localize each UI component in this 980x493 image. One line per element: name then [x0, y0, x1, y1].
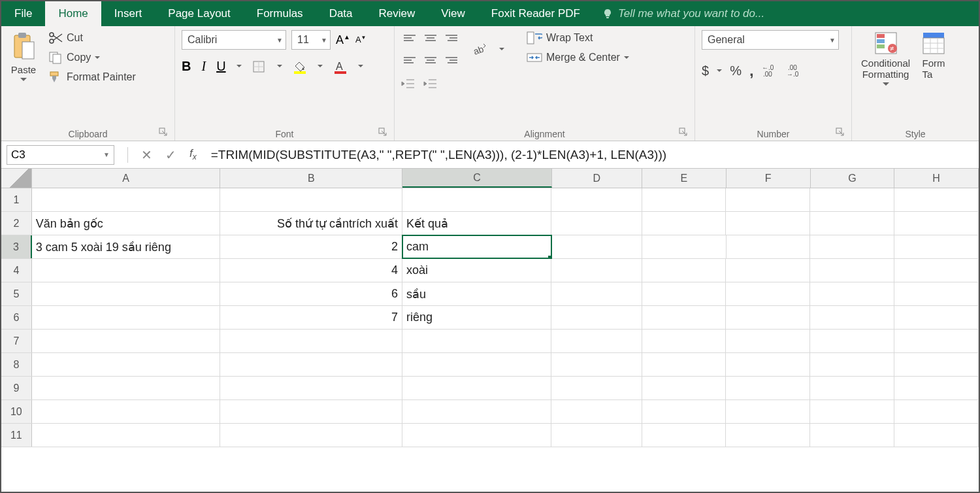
cell-E1[interactable]	[642, 188, 727, 211]
cell-A6[interactable]	[32, 306, 220, 329]
cell-B10[interactable]	[220, 400, 402, 423]
italic-button[interactable]: I	[201, 59, 206, 74]
cell-F8[interactable]	[726, 353, 810, 376]
cell-D8[interactable]	[551, 353, 642, 376]
tab-page-layout[interactable]: Page Layout	[155, 1, 243, 26]
cell-D7[interactable]	[551, 330, 642, 352]
cell-G3[interactable]	[810, 235, 894, 258]
cell-C10[interactable]	[402, 400, 551, 423]
cell-A10[interactable]	[32, 400, 220, 423]
decrease-font-button[interactable]: A▼	[355, 35, 367, 44]
cell-G8[interactable]	[810, 353, 894, 376]
tab-view[interactable]: View	[428, 1, 478, 26]
merge-center-button[interactable]: Merge & Center	[524, 50, 632, 65]
cell-G1[interactable]	[810, 188, 894, 211]
cell-H10[interactable]	[894, 400, 979, 423]
align-bottom-left-button[interactable]	[401, 51, 418, 68]
cell-E6[interactable]	[642, 306, 727, 329]
chevron-down-icon[interactable]	[717, 69, 722, 73]
cell-H6[interactable]	[894, 306, 979, 329]
fill-color-button[interactable]	[293, 60, 307, 74]
cell-A9[interactable]	[32, 377, 220, 400]
comma-button[interactable]: ,	[749, 61, 754, 80]
cancel-formula-button[interactable]: ✕	[141, 147, 152, 163]
cell-H8[interactable]	[894, 353, 979, 376]
tab-home[interactable]: Home	[45, 1, 101, 26]
dialog-launcher-icon[interactable]	[378, 128, 387, 137]
cell-B2[interactable]: Số thứ tự cầntrích xuất	[220, 212, 402, 235]
cell-H5[interactable]	[894, 282, 979, 305]
cell-H9[interactable]	[894, 377, 979, 400]
cell-F11[interactable]	[726, 424, 810, 447]
cell-C8[interactable]	[402, 353, 551, 376]
name-box[interactable]: C3▼	[7, 145, 114, 165]
formula-input[interactable]: =TRIM(MID(SUBSTITUTE(A3," ",REPT(" ",LEN…	[204, 148, 979, 162]
col-header-H[interactable]: H	[894, 169, 979, 188]
dialog-launcher-icon[interactable]	[836, 128, 845, 137]
row-header-5[interactable]: 5	[1, 282, 32, 305]
cell-A5[interactable]	[32, 282, 220, 305]
insert-function-button[interactable]: fx	[189, 147, 197, 162]
align-bottom-right-button[interactable]	[443, 51, 460, 68]
cell-F1[interactable]	[726, 188, 810, 211]
col-header-F[interactable]: F	[727, 169, 811, 188]
cell-E5[interactable]	[642, 282, 727, 305]
format-painter-button[interactable]: Format Painter	[46, 69, 139, 85]
col-header-G[interactable]: G	[811, 169, 895, 188]
cell-H4[interactable]	[894, 259, 979, 282]
paste-button[interactable]: Paste	[8, 30, 39, 83]
cell-E9[interactable]	[642, 377, 727, 400]
cell-A1[interactable]	[32, 188, 220, 211]
tell-me-search[interactable]: Tell me what you want to do...	[593, 1, 774, 26]
chevron-down-icon[interactable]	[358, 65, 363, 68]
cell-B5[interactable]: 6	[220, 282, 402, 305]
row-header-3[interactable]: 3	[1, 235, 32, 258]
cell-H11[interactable]	[894, 424, 979, 447]
cell-D11[interactable]	[551, 424, 642, 447]
chevron-down-icon[interactable]	[318, 65, 323, 68]
cell-D9[interactable]	[551, 377, 642, 400]
tab-file[interactable]: File	[1, 1, 45, 26]
row-header-9[interactable]: 9	[1, 377, 32, 400]
wrap-text-button[interactable]: Wrap Text	[524, 30, 632, 46]
row-header-7[interactable]: 7	[1, 330, 32, 352]
cell-G5[interactable]	[810, 282, 894, 305]
row-header-8[interactable]: 8	[1, 353, 32, 376]
align-top-right-button[interactable]	[443, 30, 460, 47]
align-top-center-button[interactable]	[422, 30, 439, 47]
cell-E3[interactable]	[642, 235, 727, 258]
increase-font-button[interactable]: A▲	[336, 33, 350, 47]
borders-button[interactable]	[252, 60, 267, 73]
cell-F5[interactable]	[726, 282, 810, 305]
number-format-combo[interactable]: General▼	[702, 30, 839, 50]
cell-B3[interactable]: 2	[220, 235, 402, 258]
cell-A7[interactable]	[32, 330, 220, 352]
align-bottom-center-button[interactable]	[422, 51, 439, 68]
tab-data[interactable]: Data	[316, 1, 366, 26]
tab-insert[interactable]: Insert	[101, 1, 155, 26]
percent-button[interactable]: %	[730, 63, 742, 78]
cell-G4[interactable]	[810, 259, 894, 282]
cell-B6[interactable]: 7	[220, 306, 402, 329]
cell-D3[interactable]	[551, 235, 642, 258]
font-size-combo[interactable]: 11▼	[291, 30, 331, 50]
chevron-down-icon[interactable]	[499, 48, 504, 51]
conditional-formatting-button[interactable]: ≠ Conditional Formatting	[858, 30, 913, 88]
cell-E7[interactable]	[642, 330, 727, 352]
row-header-2[interactable]: 2	[1, 212, 32, 235]
cell-A8[interactable]	[32, 353, 220, 376]
cell-E2[interactable]	[642, 212, 727, 235]
cell-B11[interactable]	[220, 424, 402, 447]
cell-E11[interactable]	[642, 424, 727, 447]
cell-D6[interactable]	[551, 306, 642, 329]
underline-button[interactable]: U	[216, 59, 225, 74]
cell-H3[interactable]	[894, 235, 979, 258]
cell-C6[interactable]: riêng	[402, 306, 551, 329]
cell-F6[interactable]	[726, 306, 810, 329]
font-name-combo[interactable]: Calibri▼	[182, 30, 286, 50]
cell-G11[interactable]	[810, 424, 894, 447]
cell-A4[interactable]	[32, 259, 220, 282]
cell-D5[interactable]	[551, 282, 642, 305]
cell-D4[interactable]	[551, 259, 642, 282]
decrease-indent-button[interactable]	[401, 78, 416, 90]
